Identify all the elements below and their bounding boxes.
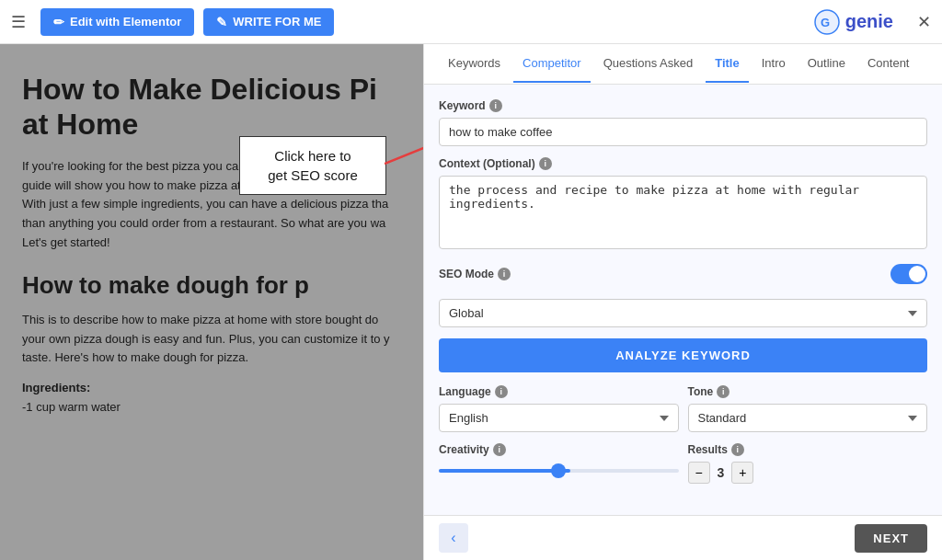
creativity-slider[interactable]	[439, 462, 679, 480]
results-value: 3	[718, 465, 725, 480]
genie-logo-icon: G	[814, 9, 840, 35]
seo-mode-label: SEO Mode i	[439, 268, 511, 280]
seo-mode-info-icon[interactable]: i	[498, 268, 511, 280]
tab-content[interactable]: Content	[858, 45, 919, 83]
article-subtitle: How to make dough for p	[22, 271, 401, 300]
slider-thumb[interactable]	[551, 463, 566, 478]
logo: G genie	[814, 9, 893, 35]
context-textarea[interactable]: the process and recipe to make pizza at …	[439, 176, 927, 249]
keyword-info-icon[interactable]: i	[489, 99, 502, 112]
tab-questions-asked[interactable]: Questions Asked	[594, 45, 703, 83]
seo-score-callout: Click here to get SEO score	[239, 136, 386, 195]
slider-track	[439, 469, 679, 473]
tabs-bar: Keywords Competitor Questions Asked Titl…	[424, 44, 942, 85]
results-decrement-button[interactable]: −	[688, 462, 710, 484]
results-label: Results i	[688, 443, 928, 456]
creativity-group: Creativity i	[439, 443, 679, 480]
right-form-content: Keyword i Context (Optional) i the proce…	[424, 85, 942, 515]
tab-outline[interactable]: Outline	[798, 45, 855, 83]
write-btn-label: WRITE FOR ME	[233, 15, 321, 29]
tab-title[interactable]: Title	[706, 45, 749, 83]
write-icon: ✎	[216, 15, 227, 29]
next-button[interactable]: NEXT	[855, 524, 927, 553]
write-for-me-button[interactable]: ✎ WRITE FOR ME	[203, 8, 334, 36]
toggle-knob	[909, 266, 925, 282]
main-layout: How to Make Delicious Pi at Home If you'…	[0, 44, 942, 560]
context-field-group: Context (Optional) i the process and rec…	[439, 157, 927, 264]
seo-mode-row: SEO Mode i	[439, 264, 927, 284]
analyze-keyword-button[interactable]: ANALYZE KEYWORD	[439, 338, 927, 372]
elementor-btn-label: Edit with Elementor	[70, 15, 181, 29]
article-title: How to Make Delicious Pi at Home	[22, 72, 401, 143]
content-panel: How to Make Delicious Pi at Home If you'…	[0, 44, 423, 560]
creativity-info-icon[interactable]: i	[493, 443, 506, 456]
svg-text:G: G	[821, 16, 830, 29]
tab-competitor[interactable]: Competitor	[513, 45, 591, 83]
tone-info-icon[interactable]: i	[717, 385, 729, 398]
bottom-nav: ‹ NEXT	[424, 515, 942, 560]
results-stepper: − 3 +	[688, 462, 928, 484]
seo-mode-group: SEO Mode i	[439, 264, 927, 284]
edit-elementor-button[interactable]: ✏ Edit with Elementor	[40, 8, 194, 36]
context-label: Context (Optional) i	[439, 157, 927, 170]
right-panel: Keywords Competitor Questions Asked Titl…	[423, 44, 942, 560]
toolbar: ☰ ✏ Edit with Elementor ✎ WRITE FOR ME G…	[0, 0, 942, 44]
language-select[interactable]: English Spanish French	[439, 404, 679, 432]
creativity-results-row: Creativity i Results i	[439, 443, 927, 484]
language-group: Language i English Spanish French	[439, 385, 679, 432]
language-label: Language i	[439, 385, 679, 398]
svg-line-3	[385, 136, 423, 164]
ingredients-label: Ingredients:	[22, 381, 401, 394]
seo-mode-toggle[interactable]	[890, 264, 927, 284]
results-group: Results i − 3 +	[688, 443, 928, 484]
global-select[interactable]: Global Local Custom	[439, 299, 927, 327]
tone-label: Tone i	[688, 385, 928, 398]
language-info-icon[interactable]: i	[495, 385, 508, 398]
tone-select[interactable]: Standard Formal Casual	[688, 404, 928, 432]
keyword-field-group: Keyword i	[439, 99, 927, 157]
keyword-label: Keyword i	[439, 99, 927, 112]
context-info-icon[interactable]: i	[539, 157, 552, 170]
tone-group: Tone i Standard Formal Casual	[688, 385, 928, 432]
elementor-icon: ✏	[53, 15, 64, 29]
article-body-2: This is to describe how to make pizza at…	[22, 311, 401, 368]
logo-text: genie	[845, 11, 893, 32]
ingredient-item: -1 cup warm water	[22, 400, 401, 414]
fetch-data-overlay: Click here to get SEO score FETCH DATA	[239, 136, 386, 195]
keyword-input[interactable]	[439, 118, 927, 146]
results-info-icon[interactable]: i	[731, 443, 744, 456]
language-tone-row: Language i English Spanish French Tone i	[439, 385, 927, 432]
back-icon: ‹	[451, 530, 455, 546]
tab-intro[interactable]: Intro	[752, 45, 795, 83]
tab-keywords[interactable]: Keywords	[439, 45, 510, 83]
close-icon[interactable]: ✕	[917, 12, 931, 32]
menu-icon[interactable]: ☰	[11, 12, 26, 32]
arrow-icon	[385, 127, 423, 173]
back-button[interactable]: ‹	[439, 523, 468, 553]
creativity-label: Creativity i	[439, 443, 679, 456]
results-increment-button[interactable]: +	[731, 462, 753, 484]
